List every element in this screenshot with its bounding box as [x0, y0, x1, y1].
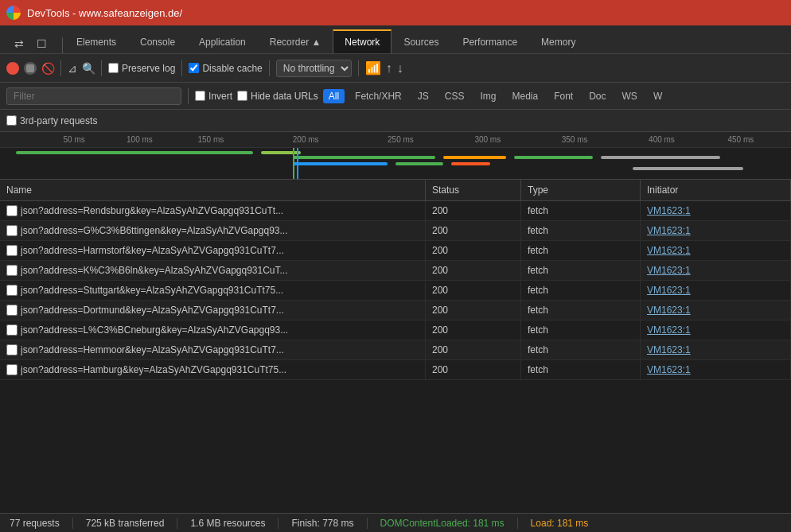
td-initiator[interactable]: VM1623:1: [641, 360, 791, 379]
type-btn-w[interactable]: W: [648, 89, 668, 103]
type-btn-img[interactable]: Img: [474, 89, 501, 103]
table-row[interactable]: json?address=Stuttgart&key=AlzaSyAhZVGap…: [0, 281, 791, 301]
clear-button[interactable]: 🚫: [41, 62, 54, 75]
tab-recorder[interactable]: Recorder ▲: [258, 29, 333, 53]
tab-elements[interactable]: Elements: [64, 29, 128, 53]
td-initiator[interactable]: VM1623:1: [641, 340, 791, 359]
tab-sources[interactable]: Sources: [392, 29, 450, 53]
table-row[interactable]: json?address=Dortmund&key=AlzaSyAhZVGapg…: [0, 301, 791, 320]
table-row[interactable]: json?address=G%C3%B6ttingen&key=AlzaSyAh…: [0, 221, 791, 241]
upload-icon[interactable]: ↑: [386, 61, 392, 76]
tab-network[interactable]: Network: [333, 29, 392, 53]
row-checkbox[interactable]: [6, 225, 18, 236]
table-body: json?address=Rendsburg&key=AlzaSyAhZVGap…: [0, 201, 791, 380]
tab-performance[interactable]: Performance: [450, 29, 529, 53]
td-initiator[interactable]: VM1623:1: [641, 201, 791, 220]
td-initiator[interactable]: VM1623:1: [641, 221, 791, 240]
timeline-mark-200: 200 ms: [293, 132, 319, 147]
type-btn-all[interactable]: All: [323, 89, 345, 103]
table-row[interactable]: json?address=Rendsburg&key=AlzaSyAhZVGap…: [0, 201, 791, 221]
disable-cache-checkbox[interactable]: [189, 63, 199, 73]
row-checkbox[interactable]: [6, 364, 18, 375]
preserve-log-text: Preserve log: [122, 63, 175, 74]
row-checkbox[interactable]: [6, 245, 18, 256]
timeline-bar: [633, 167, 743, 170]
row-checkbox[interactable]: [6, 344, 18, 355]
tab-application[interactable]: Application: [187, 29, 258, 53]
td-status: 200: [426, 281, 521, 300]
td-type: fetch: [521, 320, 641, 340]
table-row[interactable]: json?address=Harmstorf&key=AlzaSyAhZVGap…: [0, 241, 791, 261]
type-btn-ws[interactable]: WS: [617, 89, 643, 103]
preserve-log-checkbox[interactable]: [108, 63, 119, 73]
download-icon[interactable]: ↓: [397, 61, 403, 76]
throttle-select[interactable]: No throttling Fast 3G Slow 3G: [276, 60, 352, 77]
row-checkbox[interactable]: [6, 324, 18, 336]
load-time: Load: 181 ms: [531, 518, 602, 529]
preserve-log-label[interactable]: Preserve log: [108, 63, 175, 74]
table-row[interactable]: json?address=K%C3%B6ln&key=AlzaSyAhZVGap…: [0, 261, 791, 281]
initiator-link[interactable]: VM1623:1: [647, 205, 691, 216]
third-party-label[interactable]: 3rd-party requests: [6, 115, 97, 126]
type-btn-css[interactable]: CSS: [439, 89, 470, 103]
initiator-link[interactable]: VM1623:1: [647, 265, 691, 276]
inspect-icon[interactable]: ☐: [32, 34, 51, 53]
initiator-link[interactable]: VM1623:1: [647, 324, 691, 336]
initiator-link[interactable]: VM1623:1: [647, 364, 691, 375]
record-button[interactable]: [6, 62, 19, 75]
td-initiator[interactable]: VM1623:1: [641, 241, 791, 260]
initiator-link[interactable]: VM1623:1: [647, 305, 691, 316]
initiator-link[interactable]: VM1623:1: [647, 225, 691, 236]
td-type: fetch: [521, 360, 641, 379]
type-btn-font[interactable]: Font: [548, 89, 579, 103]
td-initiator[interactable]: VM1623:1: [641, 281, 791, 300]
timeline-bar: [514, 156, 593, 159]
hide-data-checkbox[interactable]: [237, 91, 247, 101]
table-row[interactable]: json?address=Hemmoor&key=AlzaSyAhZVGapgq…: [0, 340, 791, 360]
search-icon[interactable]: 🔍: [82, 62, 95, 75]
td-initiator[interactable]: VM1623:1: [641, 261, 791, 280]
row-checkbox[interactable]: [6, 305, 18, 316]
type-btn-doc[interactable]: Doc: [583, 89, 611, 103]
third-party-checkbox[interactable]: [6, 115, 17, 126]
nav-separator: [62, 37, 63, 53]
invert-checkbox[interactable]: [195, 91, 205, 101]
type-btn-js[interactable]: JS: [412, 89, 434, 103]
filter-input[interactable]: [6, 87, 181, 105]
timeline-mark-250: 250 ms: [388, 132, 414, 147]
type-btn-fetch[interactable]: Fetch/XHR: [349, 89, 407, 103]
td-name: json?address=Dortmund&key=AlzaSyAhZVGapg…: [0, 301, 426, 320]
hide-data-label[interactable]: Hide data URLs: [237, 91, 318, 102]
invert-label[interactable]: Invert: [195, 91, 232, 102]
td-name: json?address=Stuttgart&key=AlzaSyAhZVGap…: [0, 281, 426, 300]
third-party-text: 3rd-party requests: [20, 115, 97, 126]
table-row[interactable]: json?address=L%C3%BCneburg&key=AlzaSyAhZ…: [0, 320, 791, 340]
td-initiator[interactable]: VM1623:1: [641, 320, 791, 340]
td-initiator[interactable]: VM1623:1: [641, 301, 791, 320]
timeline-bar: [396, 162, 443, 165]
initiator-link[interactable]: VM1623:1: [647, 285, 691, 296]
hide-data-text: Hide data URLs: [251, 91, 318, 102]
row-checkbox[interactable]: [6, 205, 18, 216]
nav-tab-icons: ⇄ ☐: [3, 34, 57, 53]
initiator-link[interactable]: VM1623:1: [647, 245, 691, 256]
th-type: Type: [521, 180, 641, 200]
row-checkbox[interactable]: [6, 285, 18, 296]
row-checkbox[interactable]: [6, 265, 18, 276]
filter-icon[interactable]: ⊿: [68, 62, 77, 75]
stop-button[interactable]: [24, 62, 37, 75]
td-name: json?address=Rendsburg&key=AlzaSyAhZVGap…: [0, 201, 426, 220]
back-forward-icon[interactable]: ⇄: [10, 34, 29, 53]
network-table-container[interactable]: Name Status Type Initiator json?address=…: [0, 180, 791, 513]
resources-size: 1.6 MB resources: [190, 518, 279, 529]
initiator-link[interactable]: VM1623:1: [647, 344, 691, 355]
table-row[interactable]: json?address=Hamburg&key=AlzaSyAhZVGapgq…: [0, 360, 791, 380]
type-btn-media[interactable]: Media: [506, 89, 544, 103]
disable-cache-label[interactable]: Disable cache: [189, 63, 262, 74]
tab-memory[interactable]: Memory: [529, 29, 587, 53]
td-type: fetch: [521, 261, 641, 280]
dom-content-loaded-line: [293, 148, 294, 180]
td-type: fetch: [521, 340, 641, 359]
timeline-bar: [293, 156, 435, 159]
tab-console[interactable]: Console: [128, 29, 187, 53]
